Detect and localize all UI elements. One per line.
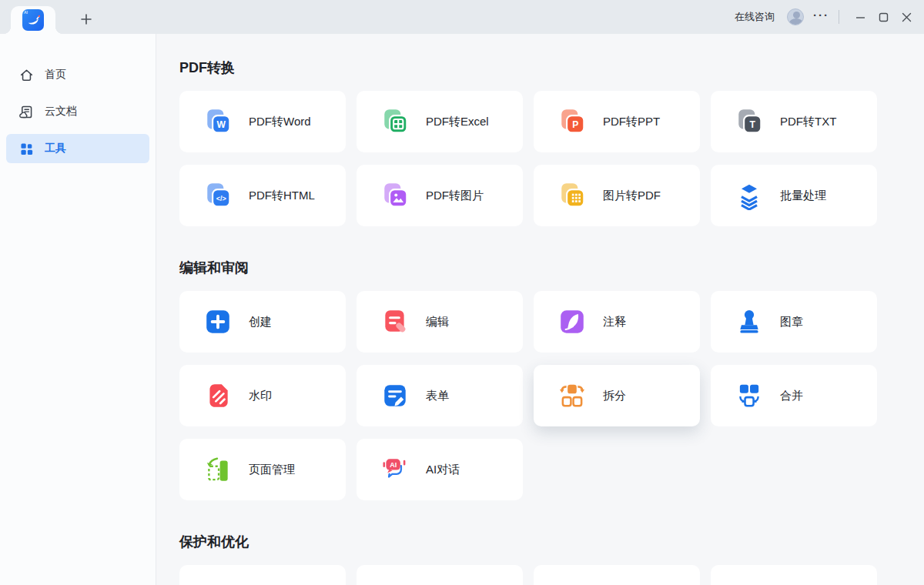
- new-tab-icon[interactable]: [75, 8, 97, 30]
- tool-label: 合并: [780, 389, 803, 403]
- section-title: PDF转换: [179, 58, 924, 78]
- tool-card-partial[interactable]: [357, 565, 523, 585]
- tool-card[interactable]: </>PDF转HTML: [179, 165, 346, 226]
- split-icon: [557, 381, 587, 410]
- tool-label: PDF转TXT: [780, 115, 836, 129]
- annotate-icon: [557, 307, 587, 336]
- tool-label: 注释: [603, 315, 626, 329]
- tool-label: 图章: [780, 315, 803, 329]
- tool-card[interactable]: PPDF转PPT: [534, 91, 700, 152]
- tool-card[interactable]: WPDF转Word: [179, 91, 346, 152]
- tool-card-partial[interactable]: [534, 565, 700, 585]
- titlebar-divider: [839, 10, 839, 24]
- section-title: 保护和优化: [179, 533, 924, 552]
- svg-text:P: P: [572, 119, 578, 130]
- tool-card[interactable]: 表单: [357, 365, 523, 426]
- tool-label: 表单: [426, 389, 449, 403]
- tool-card[interactable]: PDF转Excel: [357, 91, 523, 152]
- cloud-doc-icon: [18, 104, 34, 119]
- tool-label: PDF转PPT: [603, 115, 660, 129]
- tool-card-partial[interactable]: [179, 565, 346, 585]
- apps-grid-icon: [18, 141, 34, 156]
- tool-card[interactable]: 拆分: [534, 365, 700, 426]
- image-icon: [380, 181, 410, 210]
- form-icon: [380, 381, 410, 410]
- section: PDF转换 WPDF转Word PDF转Excel PPDF转PPT TPDF转…: [179, 58, 924, 226]
- stamp-icon: [735, 307, 764, 336]
- tool-label: 水印: [249, 389, 272, 403]
- batch-icon: [735, 181, 764, 210]
- tool-card-partial[interactable]: [711, 565, 877, 585]
- edit-icon: [380, 307, 410, 336]
- tool-label: AI对话: [426, 463, 460, 477]
- sidebar-item-label: 工具: [45, 142, 66, 155]
- minimize-icon[interactable]: [849, 5, 872, 28]
- titlebar: AI 在线咨询 ···: [0, 0, 924, 34]
- img2pdf-icon: [557, 181, 587, 210]
- tool-label: PDF转图片: [426, 189, 484, 203]
- sidebar: 首页云文档工具: [0, 34, 156, 585]
- tool-card[interactable]: 创建: [179, 291, 346, 353]
- tool-card[interactable]: PDF转图片: [357, 165, 523, 226]
- sidebar-item-首页[interactable]: 首页: [6, 60, 149, 89]
- tool-label: 图片转PDF: [603, 189, 661, 203]
- tool-card[interactable]: 注释: [534, 291, 700, 353]
- svg-text:T: T: [750, 119, 756, 130]
- tool-card[interactable]: TPDF转TXT: [711, 91, 877, 152]
- svg-text:</>: </>: [216, 195, 226, 202]
- ppt-icon: P: [557, 107, 587, 136]
- app-tab[interactable]: AI: [11, 6, 55, 34]
- app-window: AI 在线咨询 ···: [0, 0, 924, 585]
- tool-label: 编辑: [426, 315, 449, 329]
- tool-card[interactable]: AIAI对话: [357, 439, 523, 500]
- html-icon: </>: [203, 181, 233, 210]
- section: 编辑和审阅 创建 编辑 注释 图章 水印 表单 拆分: [179, 259, 924, 500]
- tool-card[interactable]: 页面管理: [179, 439, 346, 500]
- word-icon: W: [203, 107, 233, 136]
- svg-text:W: W: [216, 119, 226, 130]
- tool-label: PDF转HTML: [249, 189, 315, 203]
- home-icon: [18, 67, 34, 82]
- svg-text:AI: AI: [390, 461, 397, 469]
- tool-label: 页面管理: [249, 463, 295, 477]
- sidebar-item-label: 首页: [45, 68, 66, 82]
- tool-card[interactable]: 水印: [179, 365, 346, 426]
- lightpdf-logo-icon: AI: [22, 9, 44, 31]
- sidebar-item-云文档[interactable]: 云文档: [6, 97, 149, 126]
- tool-card[interactable]: 图片转PDF: [534, 165, 700, 226]
- tool-grid: 创建 编辑 注释 图章 水印 表单 拆分: [179, 291, 924, 500]
- section-title: 编辑和审阅: [179, 259, 924, 278]
- merge-icon: [735, 381, 764, 410]
- maximize-icon[interactable]: [872, 5, 895, 28]
- tool-card[interactable]: 合并: [711, 365, 877, 426]
- tool-label: PDF转Excel: [426, 115, 489, 129]
- user-avatar-icon[interactable]: [787, 8, 804, 25]
- pages-icon: [203, 455, 233, 484]
- tool-label: PDF转Word: [249, 115, 311, 129]
- tool-label: 创建: [249, 315, 272, 329]
- txt-icon: T: [735, 107, 764, 136]
- online-consult-link[interactable]: 在线咨询: [735, 10, 775, 24]
- section: 保护和优化: [179, 533, 924, 585]
- tool-card[interactable]: 图章: [711, 291, 877, 353]
- tool-label: 批量处理: [780, 189, 826, 203]
- logo-ai-badge: AI: [24, 10, 28, 15]
- more-menu-icon[interactable]: ···: [813, 9, 829, 25]
- close-icon[interactable]: [895, 5, 918, 28]
- tool-label: 拆分: [603, 389, 626, 403]
- sidebar-item-工具[interactable]: 工具: [6, 134, 149, 163]
- watermark-icon: [203, 381, 233, 410]
- tool-card[interactable]: 编辑: [357, 291, 523, 353]
- excel-icon: [380, 107, 410, 136]
- tool-grid: WPDF转Word PDF转Excel PPDF转PPT TPDF转TXT </…: [179, 91, 924, 226]
- tool-grid: [179, 565, 924, 585]
- sidebar-item-label: 云文档: [45, 105, 77, 119]
- main-content: PDF转换 WPDF转Word PDF转Excel PPDF转PPT TPDF转…: [156, 34, 924, 585]
- ai-chat-icon: AI: [380, 455, 410, 484]
- tool-card[interactable]: 批量处理: [711, 165, 877, 226]
- create-icon: [203, 307, 233, 336]
